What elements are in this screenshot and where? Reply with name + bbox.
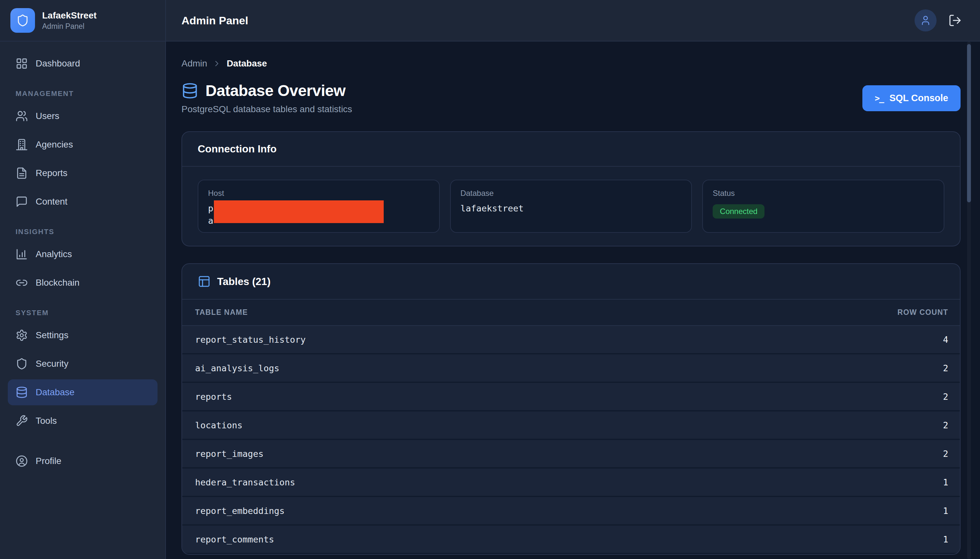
table-row[interactable]: locations 2 xyxy=(182,412,960,440)
sidebar-item-label: Tools xyxy=(36,416,57,426)
tables-card: Tables (21) TABLE NAME ROW COUNT report_… xyxy=(181,263,960,555)
sidebar-item-content[interactable]: Content xyxy=(8,189,157,215)
database-icon xyxy=(16,386,28,399)
host-label: Host xyxy=(208,189,429,198)
user-circle-icon xyxy=(16,455,28,467)
shield-icon xyxy=(16,358,28,370)
brand-subtitle: Admin Panel xyxy=(42,22,97,31)
sidebar-item-label: Users xyxy=(36,111,59,121)
link-icon xyxy=(16,276,28,289)
table-row[interactable]: report_images 2 xyxy=(182,440,960,468)
host-redaction-overlay xyxy=(214,200,384,223)
main-area: Admin Panel Admin xyxy=(166,0,980,559)
table-row-count: 2 xyxy=(943,392,948,402)
table-row[interactable]: ai_analysis_logs 2 xyxy=(182,354,960,383)
connection-grid: Host p a Database lafaekstreet Status Co… xyxy=(182,167,960,246)
sidebar-item-blockchain[interactable]: Blockchain xyxy=(8,270,157,296)
user-icon xyxy=(920,15,931,26)
table-name: locations xyxy=(195,420,243,430)
sidebar-item-settings[interactable]: Settings xyxy=(8,322,157,348)
table-name: ai_analysis_logs xyxy=(195,363,279,373)
breadcrumb: Admin Database xyxy=(181,58,960,69)
status-label: Status xyxy=(713,189,934,198)
table-name: reports xyxy=(195,392,232,402)
table-row[interactable]: report_comments 1 xyxy=(182,526,960,554)
sql-console-button[interactable]: >_ SQL Console xyxy=(862,85,960,111)
sidebar-item-reports[interactable]: Reports xyxy=(8,160,157,186)
page-subtitle: PostgreSQL database tables and statistic… xyxy=(181,104,352,114)
sidebar-item-label: Profile xyxy=(36,456,61,466)
sidebar-item-label: Content xyxy=(36,197,68,207)
sidebar: LafaekStreet Admin Panel Dashboard MANAG… xyxy=(0,0,166,559)
title-block: Database Overview PostgreSQL database ta… xyxy=(181,82,352,114)
chevron-right-icon xyxy=(212,59,221,68)
topbar-actions xyxy=(914,9,962,31)
column-row-count: ROW COUNT xyxy=(898,308,948,317)
status-info-box: Status Connected xyxy=(702,180,944,233)
sidebar-item-dashboard[interactable]: Dashboard xyxy=(8,51,157,76)
table-row[interactable]: report_status_history 4 xyxy=(182,326,960,354)
sidebar-section-system: SYSTEM xyxy=(16,309,157,317)
page-title: Database Overview xyxy=(205,82,345,99)
topbar: Admin Panel xyxy=(166,0,980,41)
table-header-row: TABLE NAME ROW COUNT xyxy=(182,299,960,326)
sidebar-item-agencies[interactable]: Agencies xyxy=(8,132,157,157)
database-info-box: Database lafaekstreet xyxy=(450,180,692,233)
file-text-icon xyxy=(16,167,28,179)
table-row-count: 1 xyxy=(943,506,948,516)
terminal-icon: >_ xyxy=(875,93,883,103)
logout-icon xyxy=(948,13,962,27)
table-name: hedera_transactions xyxy=(195,477,295,487)
table-name: report_embeddings xyxy=(195,506,285,516)
scrollbar-thumb[interactable] xyxy=(967,44,971,202)
table-row[interactable]: report_embeddings 1 xyxy=(182,497,960,526)
tables-card-title: Tables (21) xyxy=(217,276,271,288)
wrench-icon xyxy=(16,415,28,427)
table-row[interactable]: hedera_transactions 1 xyxy=(182,468,960,497)
sidebar-item-label: Security xyxy=(36,359,68,369)
sidebar-item-security[interactable]: Security xyxy=(8,351,157,377)
sidebar-item-database[interactable]: Database xyxy=(8,379,157,405)
table-body: report_status_history 4 ai_analysis_logs… xyxy=(182,326,960,554)
table-row-count: 2 xyxy=(943,363,948,373)
column-table-name: TABLE NAME xyxy=(195,308,248,317)
breadcrumb-current: Database xyxy=(226,58,267,69)
user-avatar-button[interactable] xyxy=(914,9,937,31)
sidebar-item-label: Agencies xyxy=(36,139,73,150)
logout-button[interactable] xyxy=(948,13,962,27)
app-root: LafaekStreet Admin Panel Dashboard MANAG… xyxy=(0,0,980,559)
sidebar-item-analytics[interactable]: Analytics xyxy=(8,241,157,267)
page-header: Database Overview PostgreSQL database ta… xyxy=(181,82,960,114)
database-title-icon xyxy=(181,83,198,99)
database-value: lafaekstreet xyxy=(460,202,682,215)
sidebar-item-label: Dashboard xyxy=(36,58,80,69)
brand-name: LafaekStreet xyxy=(42,10,97,21)
table-row-count: 1 xyxy=(943,477,948,487)
sql-console-label: SQL Console xyxy=(889,93,948,103)
sidebar-item-label: Database xyxy=(36,387,74,397)
table-row-count: 1 xyxy=(943,534,948,544)
sidebar-section-management: MANAGEMENT xyxy=(16,89,157,98)
table-name: report_images xyxy=(195,449,264,459)
page-content: Admin Database Database Overview Postgre… xyxy=(166,41,980,559)
sidebar-section-insights: INSIGHTS xyxy=(16,228,157,236)
sidebar-item-profile[interactable]: Profile xyxy=(8,448,157,474)
table-row-count: 2 xyxy=(943,449,948,459)
table-row[interactable]: reports 2 xyxy=(182,383,960,412)
breadcrumb-admin-link[interactable]: Admin xyxy=(181,58,207,69)
dashboard-icon xyxy=(16,57,28,70)
sidebar-item-tools[interactable]: Tools xyxy=(8,408,157,434)
table-name: report_comments xyxy=(195,534,274,544)
database-label: Database xyxy=(460,189,682,198)
table-name: report_status_history xyxy=(195,335,305,345)
sidebar-item-label: Reports xyxy=(36,168,68,179)
brand-shield-icon xyxy=(10,8,35,33)
gear-icon xyxy=(16,329,28,341)
brand[interactable]: LafaekStreet Admin Panel xyxy=(0,0,165,41)
sidebar-item-users[interactable]: Users xyxy=(8,103,157,129)
table-icon xyxy=(198,275,211,288)
connection-info-card: Connection Info Host p a Database lafaek… xyxy=(181,131,960,246)
topbar-title: Admin Panel xyxy=(181,14,248,27)
message-square-icon xyxy=(16,195,28,208)
building-icon xyxy=(16,139,28,151)
